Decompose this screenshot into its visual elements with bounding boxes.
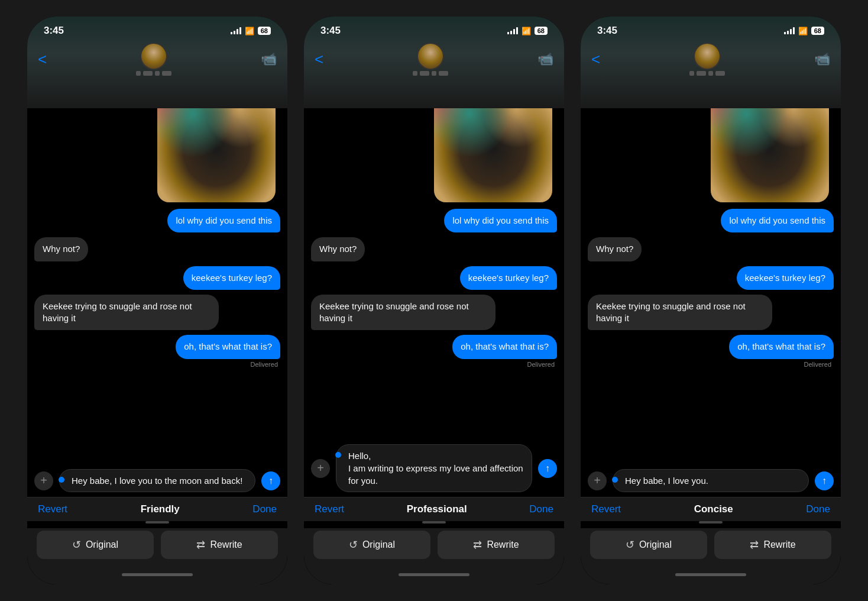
msg-recv-3-2: Keekee trying to snuggle and rose not ha… [588, 295, 834, 331]
input-field-1[interactable]: Hey babe, I love you to the moon and bac… [59, 469, 255, 492]
original-label-3: Original [639, 539, 672, 550]
toolbar-3: Revert Concise Done [581, 497, 841, 521]
video-button-3[interactable]: 📹 [814, 51, 830, 67]
original-icon-2: ↺ [349, 538, 358, 551]
avatar-3[interactable] [694, 43, 721, 70]
rewrite-button-2[interactable]: ⇄ Rewrite [438, 531, 555, 559]
bottom-section-1: + Hey babe, I love you to the moon and b… [27, 464, 287, 584]
name-dots-1 [136, 71, 171, 76]
send-button-3[interactable]: ↑ [815, 471, 834, 490]
bottom-section-2: + Hello,I am writing to express my love … [304, 440, 564, 584]
home-bar-1 [122, 573, 193, 576]
video-button-2[interactable]: 📹 [537, 51, 553, 67]
send-button-1[interactable]: ↑ [261, 471, 280, 490]
phones-container: 3:45 📶 68 < [0, 0, 868, 601]
msg-sent-2-2: keekee's turkey leg? [311, 266, 557, 290]
rewrite-button-1[interactable]: ⇄ Rewrite [161, 531, 278, 559]
rewrite-button-3[interactable]: ⇄ Rewrite [714, 531, 831, 559]
bottom-buttons-1: ↺ Original ⇄ Rewrite [27, 528, 287, 568]
messages-2: ⬆ lol why did you send this Why not? kee… [304, 82, 564, 440]
input-field-2[interactable]: Hello,I am writing to express my love an… [336, 444, 532, 492]
home-indicator-3 [581, 568, 841, 584]
battery-3: 68 [811, 27, 824, 35]
revert-button-1[interactable]: Revert [38, 503, 67, 515]
rewrite-label-3: Rewrite [763, 539, 795, 550]
battery-2: 68 [535, 27, 548, 35]
status-bar-1: 3:45 📶 68 [27, 17, 287, 39]
msg-sent-2-3: oh, that's what that is? [311, 335, 557, 358]
nav-bar-1: < 📹 [27, 39, 287, 82]
handle-bar-3 [699, 521, 723, 524]
nav-center-3 [689, 43, 725, 76]
cursor-3 [612, 477, 618, 483]
avatar-1[interactable] [140, 43, 167, 70]
msg-recv-1-2: Keekee trying to snuggle and rose not ha… [34, 295, 280, 331]
status-time-1: 3:45 [44, 25, 64, 37]
back-button-3[interactable]: < [591, 50, 600, 69]
home-bar-3 [675, 573, 746, 576]
battery-1: 68 [258, 27, 271, 35]
add-button-2[interactable]: + [311, 459, 330, 478]
phone-professional: 3:45 📶 68 < [304, 17, 564, 584]
phone-friendly: 3:45 📶 68 < [27, 17, 287, 584]
status-icons-2: 📶 68 [507, 27, 548, 35]
back-button-1[interactable]: < [38, 50, 47, 69]
handle-bar-2 [422, 521, 446, 524]
original-icon-1: ↺ [72, 538, 81, 551]
add-button-1[interactable]: + [34, 471, 53, 490]
name-dots-3 [689, 71, 725, 76]
msg-sent-1-1: lol why did you send this [34, 209, 280, 232]
cursor-2 [335, 452, 341, 458]
msg-sent-1-2: keekee's turkey leg? [34, 266, 280, 290]
original-label-2: Original [362, 539, 395, 550]
mode-label-2: Professional [407, 503, 467, 515]
done-button-3[interactable]: Done [806, 503, 830, 515]
wifi-icon-2: 📶 [522, 27, 531, 35]
home-indicator-2 [304, 568, 564, 584]
delivered-2: Delivered [311, 361, 555, 368]
msg-recv-1-1: Why not? [34, 237, 280, 261]
signal-icon-1 [231, 27, 241, 34]
phone-concise: 3:45 📶 68 < [581, 17, 841, 584]
send-button-2[interactable]: ↑ [538, 459, 557, 478]
signal-icon-2 [507, 27, 518, 34]
msg-recv-2-2: Keekee trying to snuggle and rose not ha… [311, 295, 557, 331]
status-bar-3: 3:45 📶 68 [581, 17, 841, 39]
original-button-2[interactable]: ↺ Original [313, 531, 430, 559]
avatar-2[interactable] [417, 43, 444, 70]
nav-bar-2: < 📹 [304, 39, 564, 82]
status-time-2: 3:45 [320, 25, 341, 37]
delivered-3: Delivered [588, 361, 831, 368]
add-button-3[interactable]: + [588, 471, 607, 490]
handle-bar-1 [145, 521, 169, 524]
msg-sent-1-3: oh, that's what that is? [34, 335, 280, 358]
done-button-2[interactable]: Done [529, 503, 553, 515]
wifi-icon-1: 📶 [245, 27, 254, 35]
input-area-3: + Hey babe, I love you. ↑ [581, 464, 841, 497]
msg-recv-3-1: Why not? [588, 237, 834, 261]
msg-sent-2-1: lol why did you send this [311, 209, 557, 232]
messages-3: ⬆ lol why did you send this Why not? kee… [581, 82, 841, 464]
input-text-1: Hey babe, I love you to the moon and bac… [68, 474, 247, 487]
input-area-1: + Hey babe, I love you to the moon and b… [27, 464, 287, 497]
input-text-3: Hey babe, I love you. [621, 474, 800, 487]
signal-icon-3 [784, 27, 795, 34]
mode-label-3: Concise [694, 503, 733, 515]
msg-sent-3-3: oh, that's what that is? [588, 335, 834, 358]
home-bar-2 [399, 573, 469, 576]
original-button-1[interactable]: ↺ Original [37, 531, 154, 559]
nav-center-2 [413, 43, 448, 76]
input-field-3[interactable]: Hey babe, I love you. [613, 469, 809, 492]
rewrite-label-2: Rewrite [487, 539, 519, 550]
name-dots-2 [413, 71, 448, 76]
revert-button-3[interactable]: Revert [591, 503, 621, 515]
input-text-2: Hello,I am writing to express my love an… [345, 450, 523, 487]
bottom-buttons-2: ↺ Original ⇄ Rewrite [304, 528, 564, 568]
video-button-1[interactable]: 📹 [261, 51, 277, 67]
home-indicator-1 [27, 568, 287, 584]
back-button-2[interactable]: < [315, 50, 323, 69]
original-button-3[interactable]: ↺ Original [590, 531, 707, 559]
done-button-1[interactable]: Done [252, 503, 277, 515]
revert-button-2[interactable]: Revert [315, 503, 344, 515]
bottom-buttons-3: ↺ Original ⇄ Rewrite [581, 528, 841, 568]
